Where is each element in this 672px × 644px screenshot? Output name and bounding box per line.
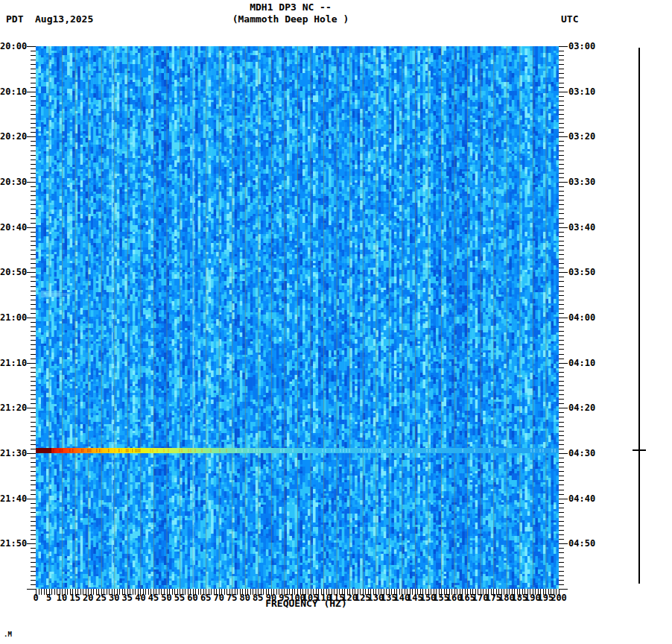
left-axis-minor-tick [31,236,36,237]
right-axis-minor-tick [559,254,564,255]
left-axis-major-tick [27,182,36,183]
left-time-label: 21:30 [0,449,26,458]
left-axis-minor-tick [31,168,36,169]
left-axis-minor-tick [31,78,36,78]
left-axis-major-tick [27,589,36,590]
left-axis-minor-tick [31,322,36,323]
left-axis-minor-tick [31,359,36,359]
right-axis-minor-tick [559,291,564,291]
left-time-label: 21:20 [0,403,26,412]
left-axis-minor-tick [31,64,36,65]
right-axis-minor-tick [559,101,564,101]
right-axis-minor-tick [559,521,564,522]
right-axis-minor-tick [559,530,564,531]
right-axis-minor-tick [559,471,564,472]
left-axis-minor-tick [31,508,36,508]
right-axis-major-tick [559,46,568,47]
left-axis-minor-tick [31,530,36,531]
left-axis-major-tick [27,92,36,92]
left-axis-minor-tick [31,571,36,572]
left-axis-minor-tick [31,232,36,233]
event-marker-tick [633,449,646,451]
left-axis-minor-tick [31,394,36,395]
left-axis-minor-tick [31,55,36,56]
right-axis-major-tick [559,272,568,273]
left-axis-minor-tick [31,191,36,192]
right-axis-minor-tick [559,263,564,264]
right-axis-minor-tick [559,60,564,60]
left-axis-minor-tick [31,101,36,101]
left-time-label: 20:10 [0,87,26,96]
left-axis-minor-tick [31,462,36,463]
left-axis-minor-tick [31,580,36,581]
right-axis-minor-tick [559,277,564,277]
left-axis-minor-tick [31,73,36,74]
right-axis-major-tick [559,589,568,590]
right-axis-minor-tick [559,449,564,449]
right-axis-minor-tick [559,558,564,558]
left-axis-minor-tick [31,254,36,255]
right-axis-minor-tick [559,458,564,458]
right-axis-minor-tick [559,132,564,133]
right-axis-minor-tick [559,250,564,250]
left-time-label: 20:40 [0,223,26,232]
right-axis-minor-tick [559,164,564,165]
right-axis-minor-tick [559,145,564,146]
right-axis-minor-tick [559,399,564,400]
right-axis-minor-tick [559,539,564,540]
timezone-right-label: UTC [561,14,578,25]
left-axis-minor-tick [31,484,36,485]
left-axis-minor-tick [31,490,36,490]
right-axis-minor-tick [559,517,564,517]
right-axis-minor-tick [559,331,564,332]
right-axis-major-tick [559,453,568,454]
right-axis-minor-tick [559,96,564,97]
left-axis-minor-tick [31,390,36,391]
right-time-label: 04:30 [568,449,595,458]
left-axis-minor-tick [31,51,36,51]
left-axis-minor-tick [31,494,36,495]
right-axis-minor-tick [559,340,564,341]
left-axis-minor-tick [31,200,36,201]
right-axis-minor-tick [559,155,564,156]
left-time-label: 21:40 [0,494,26,503]
right-axis-minor-tick [559,422,564,423]
right-time-label: 03:50 [568,268,595,277]
left-axis-minor-tick [31,313,36,314]
right-axis-minor-tick [559,390,564,391]
right-axis-minor-tick [559,349,564,350]
right-axis-minor-tick [559,417,564,417]
right-axis-minor-tick [559,344,564,345]
left-time-label: 21:50 [0,539,26,548]
left-axis-minor-tick [31,552,36,553]
left-time-label: 21:00 [0,313,26,322]
left-time-label: 21:10 [0,359,26,367]
left-axis-minor-tick [31,349,36,350]
left-axis-minor-tick [31,69,36,69]
right-axis-minor-tick [559,200,564,201]
left-axis-minor-tick [31,376,36,377]
right-axis-minor-tick [559,503,564,504]
left-axis-major-tick [27,272,36,273]
left-axis-minor-tick [31,503,36,504]
left-axis-minor-tick [31,525,36,526]
right-axis-minor-tick [559,141,564,142]
left-axis-minor-tick [31,480,36,481]
right-axis-minor-tick [559,119,564,119]
right-axis-minor-tick [559,476,564,476]
right-axis-minor-tick [559,322,564,323]
left-axis-minor-tick [31,123,36,124]
left-axis-minor-tick [31,512,36,513]
left-axis-minor-tick [31,132,36,133]
right-time-label: 04:20 [568,403,595,412]
amplitude-scale-bar [638,48,640,584]
left-axis-minor-tick [31,385,36,386]
left-axis-minor-tick [31,263,36,264]
right-axis-minor-tick [559,177,564,178]
right-axis-major-tick [559,408,568,408]
left-time-label: 20:50 [0,268,26,277]
left-axis-minor-tick [31,372,36,373]
right-axis-minor-tick [559,562,564,563]
left-axis-minor-tick [31,521,36,522]
right-axis-minor-tick [559,444,564,445]
